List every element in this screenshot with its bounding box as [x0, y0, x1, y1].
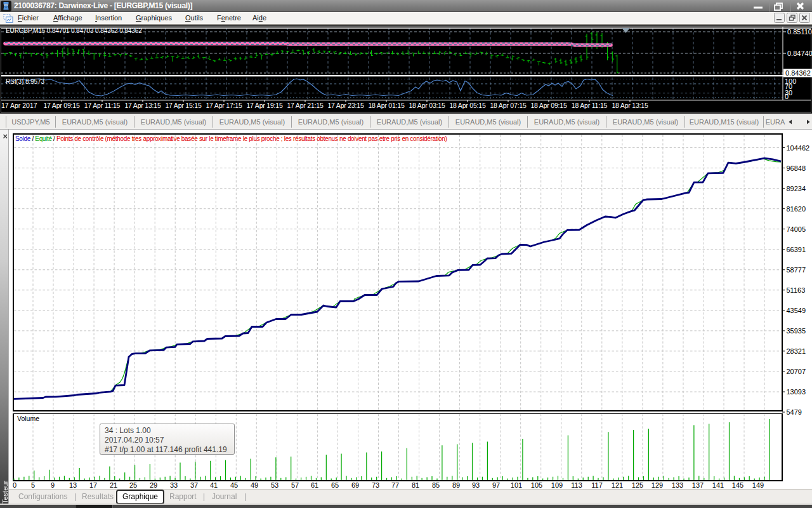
svg-text:17: 17 — [89, 481, 97, 489]
svg-text:0.84740: 0.84740 — [787, 50, 812, 57]
svg-text:0: 0 — [13, 481, 16, 489]
svg-text:145: 145 — [732, 481, 743, 489]
svg-text:43549: 43549 — [787, 307, 806, 314]
svg-text:33: 33 — [170, 481, 178, 489]
svg-text:104462: 104462 — [787, 144, 810, 152]
svg-text:0: 0 — [785, 93, 789, 100]
svg-text:58777: 58777 — [787, 266, 806, 274]
svg-text:20707: 20707 — [787, 368, 806, 375]
svg-text:69: 69 — [351, 481, 359, 489]
svg-text:125: 125 — [632, 481, 643, 489]
svg-text:17 Apr 23:15: 17 Apr 23:15 — [327, 102, 364, 109]
svg-text:18 Apr 07:15: 18 Apr 07:15 — [490, 102, 527, 109]
svg-text:5479: 5479 — [787, 408, 802, 416]
svg-text:17 Apr 15:15: 17 Apr 15:15 — [165, 102, 202, 109]
svg-text:89234: 89234 — [787, 185, 806, 192]
svg-text:41: 41 — [210, 481, 218, 489]
svg-text:101: 101 — [511, 481, 522, 489]
svg-text:66391: 66391 — [787, 246, 806, 253]
svg-text:109: 109 — [551, 481, 563, 489]
svg-text:28321: 28321 — [787, 347, 806, 355]
svg-text:49: 49 — [251, 481, 258, 489]
svg-text:149: 149 — [752, 481, 764, 489]
svg-text:93: 93 — [472, 481, 480, 489]
svg-text:2017.04.20 10:57: 2017.04.20 10:57 — [105, 436, 164, 444]
svg-text:121: 121 — [612, 481, 623, 489]
svg-text:45: 45 — [230, 481, 238, 489]
svg-text:133: 133 — [672, 481, 683, 489]
svg-text:5: 5 — [31, 481, 35, 489]
svg-text:89: 89 — [452, 481, 460, 489]
svg-text:13093: 13093 — [787, 388, 806, 396]
svg-text:105: 105 — [531, 481, 542, 489]
svg-text:129: 129 — [652, 481, 663, 489]
svg-text:113: 113 — [571, 481, 582, 489]
svg-text:65: 65 — [331, 481, 339, 489]
svg-text:18 Apr 13:15: 18 Apr 13:15 — [612, 102, 648, 109]
svg-text:53: 53 — [271, 481, 278, 489]
svg-text:117: 117 — [591, 481, 603, 489]
svg-text:37: 37 — [190, 481, 198, 489]
svg-text:21: 21 — [110, 481, 117, 489]
svg-text:61: 61 — [311, 481, 318, 489]
svg-text:17 Apr 2017: 17 Apr 2017 — [1, 102, 37, 109]
svg-text:25: 25 — [129, 481, 137, 489]
svg-text:57: 57 — [291, 481, 299, 489]
svg-text:17 Apr 09:15: 17 Apr 09:15 — [43, 102, 80, 109]
svg-text:81: 81 — [412, 481, 419, 489]
svg-text:34 : Lots 1.00: 34 : Lots 1.00 — [105, 426, 151, 435]
svg-text:17 Apr 21:15: 17 Apr 21:15 — [287, 102, 324, 109]
svg-text:Solde / Equité / Points de con: Solde / Equité / Points de contrôle (mét… — [15, 135, 447, 142]
svg-text:97: 97 — [492, 481, 500, 489]
svg-text:74005: 74005 — [787, 225, 806, 233]
svg-text:18 Apr 11:15: 18 Apr 11:15 — [572, 102, 608, 109]
svg-text:17 Apr 11:15: 17 Apr 11:15 — [84, 102, 121, 109]
svg-text:73: 73 — [372, 481, 379, 489]
svg-text:18 Apr 05:15: 18 Apr 05:15 — [449, 102, 486, 109]
svg-text:17 Apr 19:15: 17 Apr 19:15 — [246, 102, 283, 109]
svg-text:29: 29 — [150, 481, 157, 489]
svg-text:141: 141 — [712, 481, 724, 489]
svg-text:77: 77 — [391, 481, 399, 489]
svg-text:96848: 96848 — [787, 164, 806, 172]
svg-text:81620: 81620 — [787, 205, 806, 213]
svg-text:Volume: Volume — [17, 415, 39, 422]
svg-text:18 Apr 09:15: 18 Apr 09:15 — [530, 102, 567, 109]
svg-text:EURGBP,M15 0.84701 0.84703 0.: EURGBP,M15 0.84701 0.84703 0.84362 0.843… — [6, 27, 142, 34]
svg-text:17 Apr 17:15: 17 Apr 17:15 — [206, 102, 242, 109]
svg-text:18 Apr 01:15: 18 Apr 01:15 — [368, 102, 405, 109]
svg-text:85: 85 — [432, 481, 440, 489]
svg-text:0.85110: 0.85110 — [787, 28, 812, 36]
svg-text:0.84362: 0.84362 — [785, 69, 811, 77]
svg-text:35935: 35935 — [787, 327, 806, 335]
svg-text:9: 9 — [51, 481, 55, 489]
svg-text:RSI(3) 8.9573: RSI(3) 8.9573 — [6, 78, 44, 85]
svg-text:13: 13 — [69, 481, 77, 489]
svg-text:137: 137 — [692, 481, 704, 489]
svg-text:#17 t/p 1.00 at 117.146 profit: #17 t/p 1.00 at 117.146 profit 441.19 — [105, 445, 227, 454]
svg-text:17 Apr 13:15: 17 Apr 13:15 — [124, 102, 161, 109]
svg-text:18 Apr 03:15: 18 Apr 03:15 — [409, 102, 445, 109]
svg-text:51163: 51163 — [787, 286, 806, 294]
